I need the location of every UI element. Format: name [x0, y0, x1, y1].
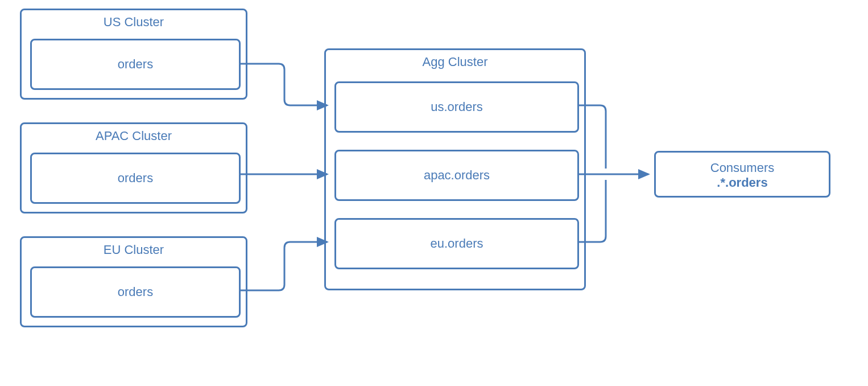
consumers-label: Consumers: [710, 161, 774, 175]
eu-cluster-title: EU Cluster: [22, 238, 246, 261]
arrow-eu-to-agg: [239, 242, 327, 290]
consumers-box: Consumers .*.orders: [654, 151, 830, 198]
eu-orders-topic: orders: [30, 266, 241, 318]
eu-orders-agg-topic: eu.orders: [334, 218, 579, 269]
us-cluster-box: US Cluster orders: [20, 9, 247, 100]
cluster-aggregation-diagram: US Cluster orders APAC Cluster orders EU…: [0, 0, 868, 386]
agg-cluster-box: Agg Cluster us.orders apac.orders eu.ord…: [324, 48, 586, 290]
apac-orders-agg-topic: apac.orders: [334, 150, 579, 201]
apac-cluster-title: APAC Cluster: [22, 124, 246, 147]
us-cluster-title: US Cluster: [22, 10, 246, 33]
apac-orders-topic: orders: [30, 153, 241, 204]
eu-cluster-box: EU Cluster orders: [20, 236, 247, 327]
us-orders-agg-topic: us.orders: [334, 81, 579, 133]
apac-cluster-box: APAC Cluster orders: [20, 122, 247, 213]
agg-cluster-title: Agg Cluster: [326, 50, 584, 73]
consumers-pattern: .*.orders: [717, 175, 767, 190]
arrow-us-to-agg: [239, 64, 327, 105]
us-orders-topic: orders: [30, 39, 241, 90]
